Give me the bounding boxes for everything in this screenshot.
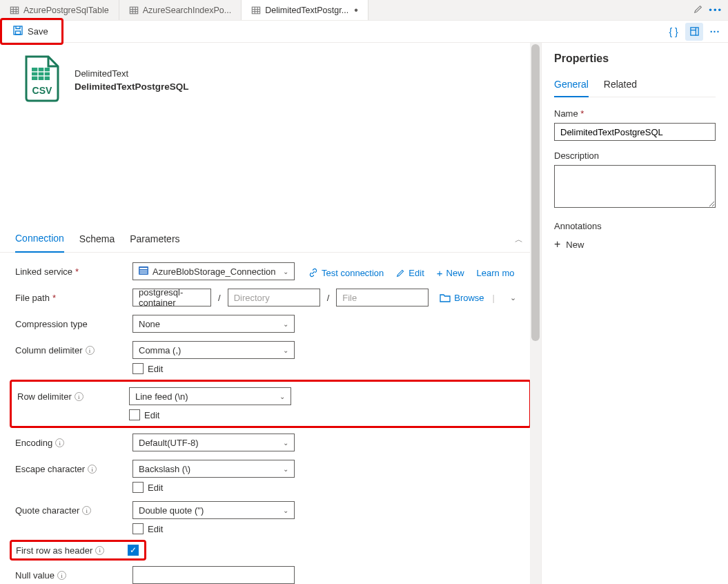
- quote-edit-checkbox[interactable]: [132, 523, 144, 534]
- edit-link[interactable]: Edit: [396, 268, 424, 278]
- row-quote: Quote character i Double quote (") ⌄ Edi…: [15, 501, 526, 534]
- dataset-header: CSV DelimitedText DelimitedTextPostgreSQ…: [0, 43, 541, 108]
- folder-icon: [440, 293, 451, 302]
- dataset-toolbar: Save { } ···: [0, 21, 728, 43]
- quote-select[interactable]: Double quote (") ⌄: [132, 501, 295, 519]
- properties-panel: Properties General Related Name * Descri…: [542, 43, 728, 584]
- code-icon[interactable]: { }: [665, 23, 682, 41]
- file-path-directory-input[interactable]: Directory: [228, 289, 320, 306]
- info-icon[interactable]: i: [82, 506, 91, 515]
- first-row-header-checkbox[interactable]: ✓: [128, 545, 139, 556]
- editor-tab-bar: AzurePostgreSqlTable AzureSearchIndexPo.…: [0, 0, 728, 21]
- save-icon: [12, 25, 23, 38]
- escape-select[interactable]: Backslash (\) ⌄: [132, 460, 295, 478]
- learn-more-link[interactable]: Learn mo: [477, 268, 515, 278]
- column-delimiter-edit-checkbox[interactable]: [132, 363, 144, 374]
- linked-service-label: Linked service: [15, 262, 126, 277]
- file-path-container-input[interactable]: postgresql-container: [132, 289, 211, 306]
- row-escape: Escape character i Backslash (\) ⌄ Edit: [15, 460, 526, 493]
- test-connection-label: Test connection: [322, 268, 384, 278]
- edit-checkbox-label: Edit: [148, 364, 163, 374]
- chevron-down-icon[interactable]: ⌄: [510, 293, 516, 302]
- info-icon[interactable]: i: [75, 392, 83, 401]
- add-annotation-button[interactable]: + New: [554, 238, 716, 251]
- linked-service-select[interactable]: AzureBlobStorage_Connection ⌄: [132, 262, 295, 280]
- file-path-file-input[interactable]: File: [336, 289, 429, 306]
- test-connection-link[interactable]: Test connection: [308, 268, 384, 278]
- properties-toggle-icon[interactable]: [685, 23, 703, 41]
- linked-service-value: AzureBlobStorage_Connection: [153, 266, 276, 277]
- add-annotation-label: New: [566, 240, 584, 250]
- prop-name-input[interactable]: [554, 123, 716, 141]
- dataset-inner-tabs: Connection Schema Parameters ︿: [0, 226, 541, 253]
- svg-rect-29: [140, 270, 148, 271]
- chevron-down-icon: ⌄: [279, 393, 285, 400]
- table-icon: [251, 6, 261, 15]
- chevron-down-icon: ⌄: [283, 320, 288, 328]
- first-row-header-label: First row as header i: [16, 545, 121, 556]
- tab-parameters[interactable]: Parameters: [130, 226, 179, 252]
- compression-label: Compression type: [15, 315, 126, 329]
- scrollbar[interactable]: [530, 43, 541, 584]
- row-row-delimiter: Row delimiter i Line feed (\n) ⌄ Edit: [10, 380, 531, 428]
- csv-file-icon: CSV: [21, 55, 62, 104]
- slash-sep: /: [215, 293, 224, 303]
- column-delimiter-select[interactable]: Comma (,) ⌄: [132, 341, 295, 359]
- info-icon[interactable]: i: [55, 438, 64, 447]
- info-icon[interactable]: i: [86, 346, 95, 355]
- tabbar-right: •••: [693, 0, 728, 20]
- prop-name-label: Name *: [554, 108, 716, 119]
- link-chain-icon: [308, 268, 318, 278]
- null-value-input[interactable]: [132, 566, 295, 584]
- row-delimiter-label: Row delimiter i: [17, 387, 122, 402]
- escape-edit-checkbox[interactable]: [132, 482, 144, 493]
- new-link[interactable]: + New: [437, 267, 464, 279]
- row-delimiter-select[interactable]: Line feed (\n) ⌄: [129, 387, 291, 405]
- main-area: CSV DelimitedText DelimitedTextPostgreSQ…: [0, 43, 728, 584]
- editor-tab-2-label: DelimitedTextPostgr...: [265, 6, 348, 15]
- toolbar-more-icon[interactable]: ···: [706, 23, 724, 41]
- svg-rect-28: [140, 268, 148, 269]
- chevron-up-icon[interactable]: ︿: [515, 234, 523, 246]
- row-file-path: File path postgresql-container / Directo…: [15, 289, 526, 306]
- pencil-icon[interactable]: [693, 4, 703, 16]
- escape-value: Backslash (\): [139, 464, 190, 474]
- null-value-label: Null value i: [15, 566, 126, 581]
- row-delimiter-edit-checkbox[interactable]: [129, 409, 140, 420]
- plus-icon: +: [437, 267, 443, 279]
- properties-tab-general[interactable]: General: [554, 75, 589, 97]
- editor-tab-2[interactable]: DelimitedTextPostgr... •: [242, 0, 368, 20]
- svg-rect-21: [32, 68, 50, 80]
- first-row-header-highlight: First row as header i ✓: [10, 540, 146, 561]
- connection-form: Linked service AzureBlobStorage_Connecti…: [0, 253, 541, 584]
- column-delimiter-label: Column delimiter i: [15, 341, 126, 356]
- browse-button[interactable]: Browse: [440, 293, 484, 303]
- compression-select[interactable]: None ⌄: [132, 315, 295, 333]
- tabbar-more-icon[interactable]: •••: [709, 5, 722, 15]
- info-icon[interactable]: i: [95, 546, 104, 555]
- properties-title: Properties: [554, 52, 716, 65]
- prop-annotations-label: Annotations: [554, 221, 716, 231]
- dataset-header-text: DelimitedText DelimitedTextPostgreSQL: [75, 68, 189, 92]
- slash-sep: /: [324, 293, 333, 303]
- tab-connection[interactable]: Connection: [15, 226, 64, 253]
- svg-rect-0: [10, 7, 18, 14]
- encoding-value: Default(UTF-8): [139, 438, 199, 448]
- svg-rect-10: [253, 7, 260, 14]
- browse-label: Browse: [454, 293, 484, 303]
- encoding-label: Encoding i: [15, 434, 126, 448]
- encoding-select[interactable]: Default(UTF-8) ⌄: [132, 434, 295, 451]
- editor-tab-0[interactable]: AzurePostgreSqlTable: [0, 0, 119, 20]
- prop-desc-input[interactable]: [554, 165, 716, 208]
- tab-schema[interactable]: Schema: [79, 226, 115, 252]
- save-button[interactable]: Save: [3, 22, 57, 41]
- info-icon[interactable]: i: [57, 571, 66, 580]
- editor-tab-1[interactable]: AzureSearchIndexPo...: [119, 0, 242, 20]
- quote-value: Double quote ("): [139, 505, 204, 516]
- svg-text:CSV: CSV: [32, 85, 52, 96]
- editor-tab-1-label: AzureSearchIndexPo...: [143, 6, 232, 15]
- scrollbar-thumb[interactable]: [531, 44, 540, 341]
- info-icon[interactable]: i: [88, 465, 97, 474]
- properties-tab-related[interactable]: Related: [604, 75, 637, 97]
- plus-icon: +: [554, 238, 560, 251]
